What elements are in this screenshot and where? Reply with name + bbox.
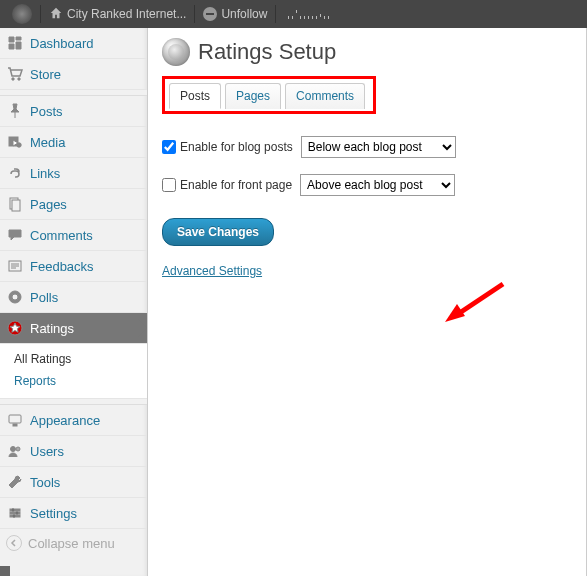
stats-sparkline[interactable] — [276, 0, 362, 28]
svg-rect-11 — [13, 424, 17, 426]
svg-point-18 — [16, 512, 19, 515]
sidebar-label: Links — [30, 166, 60, 181]
tab-pages[interactable]: Pages — [225, 83, 281, 109]
site-name-menu[interactable]: City Ranked Internet... — [41, 0, 194, 28]
sidebar-item-feedbacks[interactable]: Feedbacks — [0, 251, 147, 282]
row-enable-blog-posts: Enable for blog posts Below each blog po… — [162, 136, 573, 158]
sidebar-label: Settings — [30, 506, 77, 521]
main-content: Ratings Setup Posts Pages Comments Enabl… — [148, 28, 587, 576]
tab-comments[interactable]: Comments — [285, 83, 365, 109]
collapse-arrow-icon — [6, 535, 22, 551]
sidebar-item-links[interactable]: Links — [0, 158, 147, 189]
sidebar-item-tools[interactable]: Tools — [0, 467, 147, 498]
select-blog-posts-position[interactable]: Below each blog post — [301, 136, 456, 158]
submenu-reports[interactable]: Reports — [10, 370, 147, 392]
users-icon — [6, 442, 24, 460]
media-icon — [6, 133, 24, 151]
ratings-submenu: All Ratings Reports — [0, 344, 147, 399]
appearance-icon — [6, 411, 24, 429]
sidebar-label: Comments — [30, 228, 93, 243]
pages-icon — [6, 195, 24, 213]
sidebar-item-dashboard[interactable]: Dashboard — [0, 28, 147, 59]
page-title: Ratings Setup — [198, 39, 336, 65]
svg-point-12 — [11, 447, 16, 452]
site-title: City Ranked Internet... — [67, 7, 186, 21]
sparkline-icon — [284, 5, 354, 23]
advanced-settings-link[interactable]: Advanced Settings — [162, 264, 262, 278]
sidebar-label: Store — [30, 67, 61, 82]
checkbox-blog-posts[interactable] — [162, 140, 176, 154]
row-enable-front-page: Enable for front page Above each blog po… — [162, 174, 573, 196]
polls-icon — [6, 288, 24, 306]
svg-rect-10 — [9, 415, 21, 423]
svg-line-20 — [455, 284, 503, 316]
tab-posts[interactable]: Posts — [169, 83, 221, 109]
sidebar-label: Feedbacks — [30, 259, 94, 274]
page-header: Ratings Setup — [162, 28, 573, 74]
sidebar-item-pages[interactable]: Pages — [0, 189, 147, 220]
unfollow-button[interactable]: Unfollow — [195, 0, 275, 28]
svg-marker-21 — [445, 304, 465, 322]
annotation-arrow-icon — [443, 274, 513, 334]
sidebar-label: Posts — [30, 104, 63, 119]
unfollow-label: Unfollow — [221, 7, 267, 21]
sidebar-item-users[interactable]: Users — [0, 436, 147, 467]
ratings-icon — [6, 319, 24, 337]
checkbox-front-page[interactable] — [162, 178, 176, 192]
corner-handle — [0, 566, 10, 576]
sidebar-label: Polls — [30, 290, 58, 305]
house-icon — [49, 6, 63, 23]
tools-icon — [6, 473, 24, 491]
svg-point-0 — [12, 78, 14, 80]
svg-rect-5 — [12, 200, 20, 211]
sidebar-label: Tools — [30, 475, 60, 490]
svg-point-13 — [16, 447, 20, 451]
wordpress-logo-icon — [12, 4, 32, 24]
sidebar-label: Media — [30, 135, 65, 150]
feedback-icon — [6, 257, 24, 275]
pin-icon — [6, 102, 24, 120]
cart-icon — [6, 65, 24, 83]
sidebar-item-comments[interactable]: Comments — [0, 220, 147, 251]
comments-icon — [6, 226, 24, 244]
svg-point-19 — [13, 515, 16, 518]
select-front-page-position[interactable]: Above each blog post — [300, 174, 455, 196]
svg-point-1 — [18, 78, 20, 80]
sidebar-label: Pages — [30, 197, 67, 212]
sidebar-item-posts[interactable]: Posts — [0, 96, 147, 127]
sidebar-label: Dashboard — [30, 36, 94, 51]
svg-point-3 — [17, 143, 21, 147]
admin-sidebar: Dashboard Store Posts Media Links Pages … — [0, 28, 148, 576]
collapse-menu[interactable]: Collapse menu — [0, 529, 147, 557]
sidebar-label: Appearance — [30, 413, 100, 428]
sidebar-label: Users — [30, 444, 64, 459]
label-front-page: Enable for front page — [180, 178, 292, 192]
sidebar-item-store[interactable]: Store — [0, 59, 147, 90]
settings-icon — [6, 504, 24, 522]
sidebar-item-polls[interactable]: Polls — [0, 282, 147, 313]
ratings-header-icon — [162, 38, 190, 66]
link-icon — [6, 164, 24, 182]
collapse-label: Collapse menu — [28, 536, 115, 551]
sidebar-item-appearance[interactable]: Appearance — [0, 405, 147, 436]
sidebar-item-settings[interactable]: Settings — [0, 498, 147, 529]
submenu-all-ratings[interactable]: All Ratings — [10, 348, 147, 370]
dashboard-icon — [6, 34, 24, 52]
svg-point-17 — [12, 509, 15, 512]
unfollow-icon — [203, 7, 217, 21]
admin-toolbar: City Ranked Internet... Unfollow — [0, 0, 587, 28]
tabs-highlight-box: Posts Pages Comments — [162, 76, 376, 114]
sidebar-item-media[interactable]: Media — [0, 127, 147, 158]
svg-point-8 — [12, 294, 18, 300]
label-blog-posts: Enable for blog posts — [180, 140, 293, 154]
sidebar-item-ratings[interactable]: Ratings — [0, 313, 147, 344]
save-changes-button[interactable]: Save Changes — [162, 218, 274, 246]
sidebar-label: Ratings — [30, 321, 74, 336]
wp-logo-menu[interactable] — [4, 0, 40, 28]
